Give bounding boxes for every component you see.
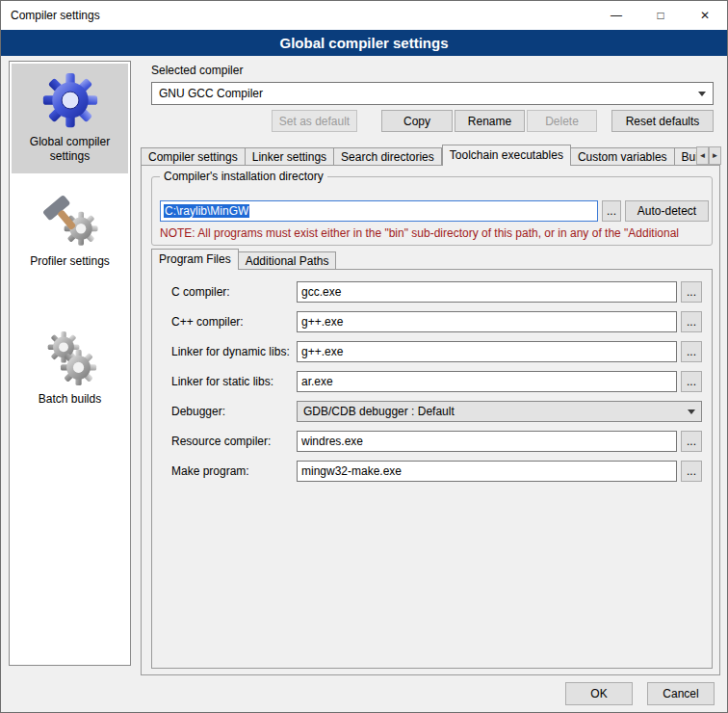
program-files-panel: C compiler: ... C++ compiler: ... Linker… xyxy=(151,269,713,669)
minimize-button[interactable]: — xyxy=(594,1,638,30)
chevron-down-icon xyxy=(698,92,706,96)
settings-category-list: Global compiler settings Profiler settin… xyxy=(9,61,131,666)
reset-defaults-button[interactable]: Reset defaults xyxy=(611,110,714,132)
tab-search-directories[interactable]: Search directories xyxy=(334,147,442,166)
debugger-select-value: GDB/CDB debugger : Default xyxy=(303,405,455,418)
resource-compiler-label: Resource compiler: xyxy=(171,435,271,448)
make-program-browse-button[interactable]: ... xyxy=(681,461,702,482)
rename-button[interactable]: Rename xyxy=(455,110,525,132)
maximize-button[interactable]: □ xyxy=(638,1,683,30)
delete-button: Delete xyxy=(527,110,597,132)
resource-compiler-input[interactable] xyxy=(297,431,677,452)
bin-subdirectory-note: NOTE: All programs must exist either in … xyxy=(160,226,709,240)
tab-scroll-right-button[interactable]: ► xyxy=(709,146,721,165)
subtab-program-files[interactable]: Program Files xyxy=(151,249,239,270)
tab-custom-variables[interactable]: Custom variables xyxy=(571,147,675,166)
tab-build-options[interactable]: Build options xyxy=(675,147,696,166)
sidebar-item-global-compiler-settings[interactable]: Global compiler settings xyxy=(12,64,128,173)
compiler-settings-window: Compiler settings — □ ✕ Global compiler … xyxy=(0,0,728,713)
subtab-additional-paths[interactable]: Additional Paths xyxy=(239,251,337,270)
dynamic-linker-input[interactable] xyxy=(297,341,677,362)
install-dir-selected-text: C:\raylib\MinGW xyxy=(164,204,249,218)
window-title: Compiler settings xyxy=(11,9,100,22)
cancel-button[interactable]: Cancel xyxy=(647,682,715,705)
make-program-input[interactable] xyxy=(297,461,677,482)
c-compiler-label: C compiler: xyxy=(171,285,230,299)
titlebar[interactable]: Compiler settings — □ ✕ xyxy=(1,1,727,30)
static-linker-input[interactable] xyxy=(297,371,677,392)
set-as-default-button: Set as default xyxy=(272,110,357,132)
dialog-header: Global compiler settings xyxy=(1,30,727,56)
static-linker-browse-button[interactable]: ... xyxy=(681,371,702,392)
compiler-select-value: GNU GCC Compiler xyxy=(159,87,263,100)
cpp-compiler-browse-button[interactable]: ... xyxy=(681,311,702,332)
compiler-settings-tabbar: Compiler settings Linker settings Search… xyxy=(141,145,696,166)
installation-directory-group-title: Compiler's installation directory xyxy=(160,170,327,183)
debugger-select[interactable]: GDB/CDB debugger : Default xyxy=(297,401,702,422)
ok-button[interactable]: OK xyxy=(565,682,633,705)
selected-compiler-label: Selected compiler xyxy=(151,64,243,77)
chevron-down-icon xyxy=(688,409,695,414)
sidebar-item-label: Profiler settings xyxy=(30,254,110,269)
dynamic-linker-label: Linker for dynamic libs: xyxy=(171,345,290,358)
resource-compiler-browse-button[interactable]: ... xyxy=(681,431,702,452)
blue-gear-icon xyxy=(41,71,99,129)
install-dir-input[interactable]: C:\raylib\MinGW xyxy=(160,200,598,222)
copy-button[interactable]: Copy xyxy=(381,110,453,132)
installation-directory-groupbox: Compiler's installation directory C:\ray… xyxy=(151,176,713,246)
tab-scroll-left-button[interactable]: ◄ xyxy=(696,146,709,165)
tab-linker-settings[interactable]: Linker settings xyxy=(246,147,334,166)
static-linker-label: Linker for static libs: xyxy=(171,375,273,388)
install-dir-browse-button[interactable]: ... xyxy=(602,200,621,222)
sidebar-item-label: Global compiler settings xyxy=(13,135,126,164)
auto-detect-button[interactable]: Auto-detect xyxy=(625,200,709,222)
batch-builds-gears-icon xyxy=(41,329,99,386)
tab-toolchain-executables[interactable]: Toolchain executables xyxy=(442,145,571,166)
sidebar-item-profiler-settings[interactable]: Profiler settings xyxy=(12,183,128,278)
tab-compiler-settings[interactable]: Compiler settings xyxy=(141,147,246,166)
dynamic-linker-browse-button[interactable]: ... xyxy=(681,341,702,362)
make-program-label: Make program: xyxy=(171,464,249,478)
close-button[interactable]: ✕ xyxy=(683,1,727,30)
sidebar-item-batch-builds[interactable]: Batch builds xyxy=(12,321,128,416)
toolchain-executables-panel: Compiler's installation directory C:\ray… xyxy=(141,165,720,675)
c-compiler-input[interactable] xyxy=(297,281,677,303)
cpp-compiler-input[interactable] xyxy=(297,311,677,332)
debugger-label: Debugger: xyxy=(171,405,225,418)
c-compiler-browse-button[interactable]: ... xyxy=(681,281,702,303)
cpp-compiler-label: C++ compiler: xyxy=(171,315,244,329)
program-files-subtabbar: Program Files Additional Paths xyxy=(151,249,336,270)
sidebar-item-label: Batch builds xyxy=(39,392,101,407)
profiler-hammer-gear-icon xyxy=(41,191,99,249)
compiler-select[interactable]: GNU GCC Compiler xyxy=(151,82,714,105)
caption-buttons: — □ ✕ xyxy=(594,1,727,30)
